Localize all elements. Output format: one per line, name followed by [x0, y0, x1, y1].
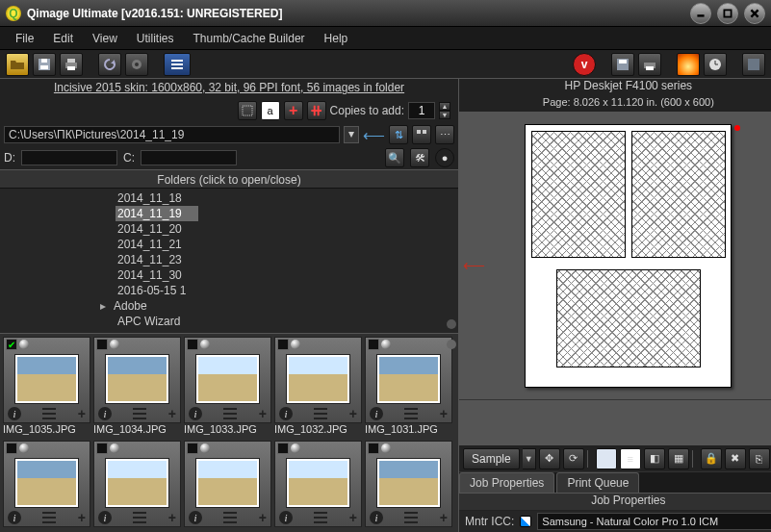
thumbnail[interactable]: i+: [93, 441, 181, 527]
add-to-page-icon[interactable]: +: [349, 406, 357, 421]
thumb-image[interactable]: [196, 355, 259, 403]
layout-cell-1[interactable]: [531, 131, 626, 258]
tab-print-queue[interactable]: Print Queue: [556, 472, 639, 493]
thumbnail[interactable]: i+: [274, 337, 362, 423]
thumb-checkbox[interactable]: [96, 339, 108, 350]
thumb-image[interactable]: [377, 459, 440, 507]
add-to-page-icon[interactable]: +: [259, 510, 267, 525]
thumb-image[interactable]: [15, 459, 78, 507]
minimize-button[interactable]: [690, 3, 711, 24]
info-icon[interactable]: i: [8, 511, 21, 524]
thumb-image[interactable]: [15, 355, 78, 403]
clock-button[interactable]: [704, 53, 727, 76]
thumb-image[interactable]: [106, 459, 168, 507]
menu-file[interactable]: File: [6, 29, 43, 48]
page-view-2[interactable]: ≡: [620, 448, 641, 469]
thumb-image[interactable]: [287, 459, 349, 507]
thumbnail[interactable]: i+: [93, 337, 181, 423]
monitor-icc-select[interactable]: Samsung - Natural Color Pro 1.0 ICM: [537, 513, 771, 530]
add-multi-button[interactable]: ⧺: [307, 101, 326, 120]
open-folder-button[interactable]: [6, 53, 29, 76]
folder-item[interactable]: ▸Adobe: [116, 298, 458, 314]
disk-button[interactable]: [742, 53, 765, 76]
print-button[interactable]: [638, 53, 661, 76]
remove-page-button[interactable]: ✖: [725, 448, 746, 469]
save-button[interactable]: [33, 53, 56, 76]
menu-utilities[interactable]: Utilities: [127, 29, 184, 48]
sample-button[interactable]: Sample: [463, 448, 520, 469]
page-view-3[interactable]: ◧: [644, 448, 665, 469]
thumb-rating-dot-icon[interactable]: [110, 443, 119, 453]
thumbnail[interactable]: i+: [3, 441, 90, 527]
view-options-button[interactable]: ⋯: [435, 125, 454, 144]
folder-item[interactable]: 2014_11_20: [116, 221, 458, 237]
layout-cell-3[interactable]: [556, 269, 701, 367]
nav-back-icon[interactable]: ⟵: [363, 126, 385, 144]
paper-preview[interactable]: [525, 124, 732, 388]
folder-path-input[interactable]: [4, 126, 340, 143]
info-icon[interactable]: i: [189, 511, 202, 524]
thumbnail[interactable]: i+: [184, 337, 271, 423]
info-icon[interactable]: i: [279, 511, 293, 524]
thumb-rating-dot-icon[interactable]: [291, 443, 300, 453]
page-view-4[interactable]: ▦: [668, 448, 689, 469]
add-to-page-icon[interactable]: +: [168, 510, 176, 525]
folders-header[interactable]: Folders (click to open/close): [0, 169, 458, 189]
sort-button[interactable]: ⇅: [389, 125, 408, 144]
info-icon[interactable]: i: [98, 511, 112, 524]
info-icon[interactable]: i: [98, 407, 112, 420]
thumb-image[interactable]: [196, 459, 259, 507]
add-to-page-icon[interactable]: +: [259, 406, 267, 421]
info-icon[interactable]: i: [8, 407, 21, 420]
info-icon[interactable]: i: [370, 511, 383, 524]
thumb-rating-dot-icon[interactable]: [200, 340, 210, 349]
menu-icon[interactable]: [133, 408, 146, 419]
thumbnail[interactable]: i+: [365, 337, 452, 423]
drive-d-input[interactable]: [21, 150, 117, 165]
add-to-page-icon[interactable]: +: [349, 510, 357, 525]
warning-badge[interactable]: v: [573, 53, 596, 76]
add-single-button[interactable]: +: [284, 101, 303, 120]
refresh-button[interactable]: [98, 53, 121, 76]
menu-icon[interactable]: [223, 512, 237, 523]
menu-icon[interactable]: [404, 512, 418, 523]
thumb-checkbox[interactable]: [187, 443, 198, 454]
thumb-checkbox[interactable]: [277, 339, 289, 350]
maximize-button[interactable]: [717, 3, 738, 24]
menu-thumb-cache[interactable]: Thumb/Cache Builder: [184, 29, 315, 48]
folder-item[interactable]: 2014_11_19: [116, 206, 198, 221]
list-view-button[interactable]: [164, 53, 191, 76]
text-mode-button[interactable]: a: [261, 101, 280, 120]
thumb-image[interactable]: [377, 355, 440, 403]
thumb-rating-dot-icon[interactable]: [19, 443, 29, 453]
thumb-checkbox[interactable]: [277, 443, 289, 454]
thumbnail[interactable]: ✔i+: [3, 337, 90, 423]
menu-icon[interactable]: [314, 408, 327, 419]
copies-spinner[interactable]: ▲▼: [439, 102, 450, 119]
path-dropdown-button[interactable]: ▾: [344, 126, 359, 143]
zoom-reset-button[interactable]: ⟳: [563, 448, 584, 469]
thumb-rating-dot-icon[interactable]: [381, 340, 391, 349]
page-view-1[interactable]: [596, 448, 617, 469]
drive-c-input[interactable]: [141, 150, 237, 165]
copies-input[interactable]: [408, 102, 435, 119]
save-layout-button[interactable]: [611, 53, 634, 76]
thumb-image[interactable]: [106, 355, 168, 403]
menu-icon[interactable]: [314, 512, 327, 523]
tools-button[interactable]: 🛠: [410, 148, 429, 167]
folder-item[interactable]: 2014_11_21: [116, 237, 458, 252]
folder-item[interactable]: 2014_11_30: [116, 267, 458, 283]
page-preview-area[interactable]: ⟵ ⟶: [459, 112, 771, 400]
thumb-image[interactable]: [287, 355, 349, 403]
folder-item[interactable]: APC Wizard: [116, 314, 458, 329]
thumbnail[interactable]: i+: [365, 441, 452, 527]
thumb-rating-dot-icon[interactable]: [110, 340, 119, 349]
menu-icon[interactable]: [404, 408, 418, 419]
thumbnail[interactable]: i+: [184, 441, 271, 527]
folder-item[interactable]: 2014_11_18: [116, 190, 458, 206]
info-icon[interactable]: i: [370, 407, 383, 420]
layout-cell-2[interactable]: [631, 131, 726, 258]
select-mode-button[interactable]: [238, 101, 257, 120]
thumb-checkbox[interactable]: [6, 443, 17, 454]
info-icon[interactable]: i: [189, 407, 202, 420]
